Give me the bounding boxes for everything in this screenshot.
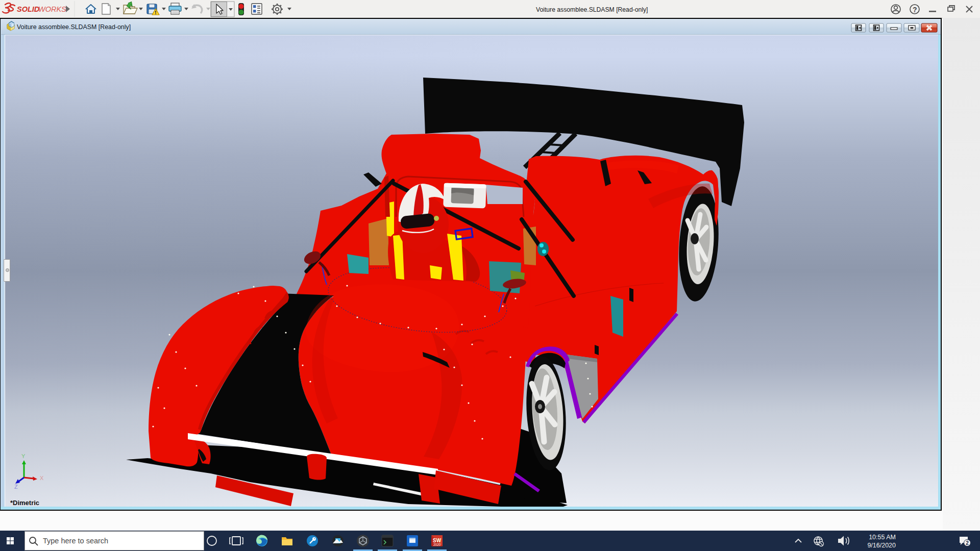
svg-text:2: 2 (966, 540, 969, 546)
svg-text:10:55 AM: 10:55 AM (869, 534, 896, 541)
svg-text:Z: Z (14, 484, 18, 490)
svg-text:2020: 2020 (433, 543, 441, 546)
svg-text:Type here to search: Type here to search (43, 537, 108, 545)
svg-text:9/16/2020: 9/16/2020 (867, 542, 896, 549)
svg-text:Y: Y (21, 453, 26, 459)
svg-text:Voiture assomblee.SLDASM [Read: Voiture assomblee.SLDASM [Read-only] (17, 23, 131, 31)
svg-text:X: X (40, 475, 44, 481)
